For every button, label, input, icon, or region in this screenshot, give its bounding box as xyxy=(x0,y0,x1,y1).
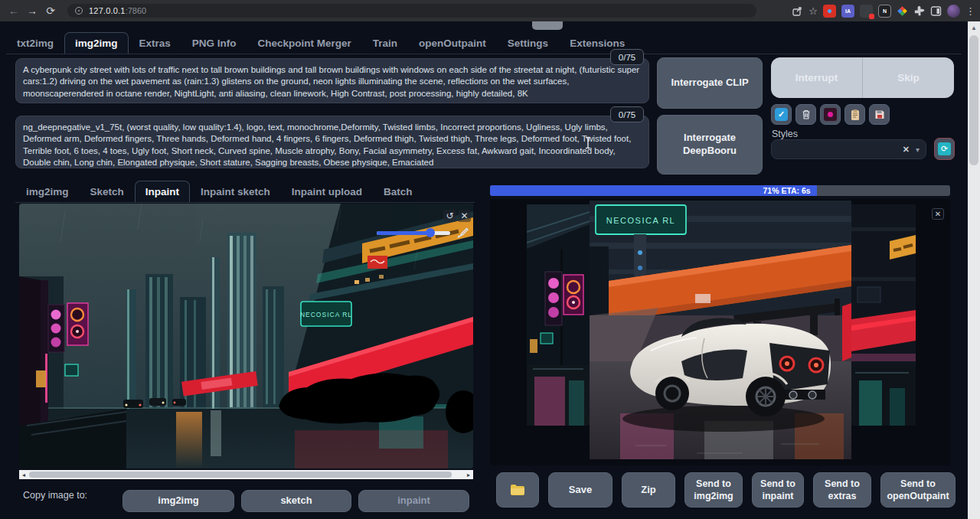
clipboard-icon xyxy=(850,109,861,121)
paste-icon: ✓ xyxy=(775,108,788,121)
negative-prompt-input[interactable]: ng_deepnegative_v1_75t, (worst quality, … xyxy=(15,116,649,168)
tab-extras[interactable]: Extras xyxy=(129,32,181,54)
address-bar[interactable]: 127.0.0.1 :7860 xyxy=(67,4,756,18)
interrupt-skip-group: Interrupt Skip xyxy=(771,57,954,98)
tab-png-info[interactable]: PNG Info xyxy=(181,32,247,54)
preview-image-right[interactable] xyxy=(851,204,916,426)
extension-icon-ia[interactable]: IA xyxy=(841,5,854,18)
styles-label: Styles xyxy=(772,129,798,139)
url-port: :7860 xyxy=(126,6,147,15)
inpaint-source-image: NECOSICA RL xyxy=(19,204,473,468)
menu-icon[interactable]: ⋮ xyxy=(965,5,975,17)
page-scrollbar-thumb[interactable] xyxy=(969,35,978,165)
clear-styles-icon[interactable]: ✕ xyxy=(903,145,910,155)
sidebar-icon[interactable] xyxy=(930,5,942,17)
skip-button[interactable]: Skip xyxy=(863,57,954,98)
chevron-down-icon[interactable]: ▾ xyxy=(916,145,920,154)
browser-toolbar: ← → ⟳ 127.0.0.1 :7860 ☆ IA N ⋮ xyxy=(0,0,980,21)
brush-icon[interactable] xyxy=(456,227,469,239)
extra-networks-icon xyxy=(824,108,837,121)
tab-inpaint[interactable]: Inpaint xyxy=(135,181,190,202)
copy-to-img2img-button[interactable]: img2img xyxy=(122,490,234,512)
img2img-tab-bar: img2img Sketch Inpaint Inpaint sketch In… xyxy=(15,181,475,203)
preview-image-left[interactable] xyxy=(527,204,590,426)
interrogate-deepbooru-button[interactable]: Interrogate DeepBooru xyxy=(657,115,763,175)
extensions-puzzle-icon[interactable] xyxy=(913,5,925,17)
text-cursor xyxy=(584,136,592,149)
interrupt-button[interactable]: Interrupt xyxy=(771,57,863,98)
brush-size-slider[interactable] xyxy=(377,231,450,235)
tab-openoutpaint[interactable]: openOutpaint xyxy=(408,32,497,54)
save-style-icon xyxy=(874,109,885,120)
tab-checkpoint-merger[interactable]: Checkpoint Merger xyxy=(247,32,362,54)
clear-prompt-button[interactable] xyxy=(795,104,816,125)
site-info-icon[interactable] xyxy=(75,7,83,15)
open-folder-button[interactable] xyxy=(496,472,539,508)
send-to-img2img-button[interactable]: Send to img2img xyxy=(684,472,743,508)
extension-icon-badge[interactable] xyxy=(860,5,873,18)
canvas-sign-text: NECOSICA RL xyxy=(300,311,352,318)
progress-bar: 71% ETA: 6s xyxy=(490,185,950,196)
prompt-token-counter: 0/75 xyxy=(610,49,644,65)
scroll-left-icon[interactable]: ◂ xyxy=(19,472,28,478)
styles-dropdown[interactable]: ✕ ▾ xyxy=(771,139,926,159)
interrogate-clip-button[interactable]: Interrogate CLIP xyxy=(657,57,763,109)
reload-icon[interactable]: ⟳ xyxy=(41,5,60,17)
save-button[interactable]: Save xyxy=(548,472,612,508)
copy-to-sketch-button[interactable]: sketch xyxy=(241,490,351,512)
paste-generation-params-button[interactable]: ✓ xyxy=(771,104,792,125)
tab-inpaint-sketch[interactable]: Inpaint sketch xyxy=(190,181,281,202)
forward-icon[interactable]: → xyxy=(23,5,41,17)
copy-to-inpaint-button[interactable]: inpaint xyxy=(358,490,469,512)
undo-icon[interactable]: ↺ xyxy=(443,210,456,222)
zip-button[interactable]: Zip xyxy=(622,472,675,508)
tab-batch[interactable]: Batch xyxy=(373,181,423,202)
back-icon[interactable]: ← xyxy=(5,5,23,17)
tab-img2img-mode[interactable]: img2img xyxy=(15,181,80,202)
scroll-right-icon[interactable]: ▸ xyxy=(464,472,473,478)
tab-img2img[interactable]: img2img xyxy=(64,32,129,54)
main-tab-bar: txt2img img2img Extras PNG Info Checkpoi… xyxy=(6,32,962,54)
url-host: 127.0.0.1 xyxy=(89,6,126,15)
share-icon[interactable] xyxy=(792,5,803,17)
apply-styles-button[interactable] xyxy=(844,104,865,125)
send-to-openoutpaint-button[interactable]: Send to openOutpaint xyxy=(880,472,956,508)
tab-train[interactable]: Train xyxy=(362,32,408,54)
close-gallery-icon[interactable]: ✕ xyxy=(932,208,944,220)
refresh-icon: ⟳ xyxy=(938,142,951,155)
send-to-extras-button[interactable]: Send to extras xyxy=(813,472,871,508)
cropped-ui-fragment xyxy=(532,21,563,30)
copy-image-to-label: Copy image to: xyxy=(23,490,87,501)
tab-sketch[interactable]: Sketch xyxy=(80,181,135,202)
tab-txt2img[interactable]: txt2img xyxy=(6,32,64,54)
trash-icon xyxy=(801,109,812,120)
preview-sign-text: NECOSICA RL xyxy=(606,216,675,225)
progress-fill: 71% ETA: 6s xyxy=(490,185,817,196)
progress-label: 71% ETA: 6s xyxy=(763,186,810,195)
live-preview-gallery: NECOSICA RL xyxy=(490,199,950,465)
tab-inpaint-upload[interactable]: Inpaint upload xyxy=(281,181,373,202)
refresh-styles-button[interactable]: ⟳ xyxy=(934,138,955,160)
profile-avatar[interactable] xyxy=(947,5,960,18)
extension-icon-red[interactable] xyxy=(823,5,836,18)
negative-token-counter: 0/75 xyxy=(610,106,644,122)
tab-settings[interactable]: Settings xyxy=(497,32,559,54)
page-scrollbar[interactable]: ▲ xyxy=(968,21,980,519)
canvas-scrollbar-thumb[interactable] xyxy=(29,472,452,478)
save-style-button[interactable] xyxy=(869,104,890,125)
folder-icon xyxy=(510,484,525,496)
scrollbar-up-icon[interactable]: ▲ xyxy=(968,21,980,31)
extension-icon-diamond[interactable] xyxy=(897,5,908,17)
clear-image-icon[interactable]: ✕ xyxy=(458,210,471,222)
prompt-input[interactable]: A cyberpunk city street with lots of tra… xyxy=(15,58,649,103)
slider-thumb[interactable] xyxy=(426,228,435,237)
send-to-inpaint-button[interactable]: Send to inpaint xyxy=(752,472,804,508)
extra-networks-button[interactable] xyxy=(820,104,841,125)
inpaint-canvas[interactable]: NECOSICA RL xyxy=(19,204,473,468)
extension-icon-n[interactable]: N xyxy=(878,5,891,18)
bookmark-icon[interactable]: ☆ xyxy=(808,5,818,17)
stable-diffusion-webui: ← → ⟳ 127.0.0.1 :7860 ☆ IA N ⋮ ▲ txt2img xyxy=(0,0,980,519)
canvas-scrollbar[interactable]: ◂ ▸ xyxy=(19,470,473,479)
preview-image-center[interactable]: NECOSICA RL xyxy=(590,201,851,459)
